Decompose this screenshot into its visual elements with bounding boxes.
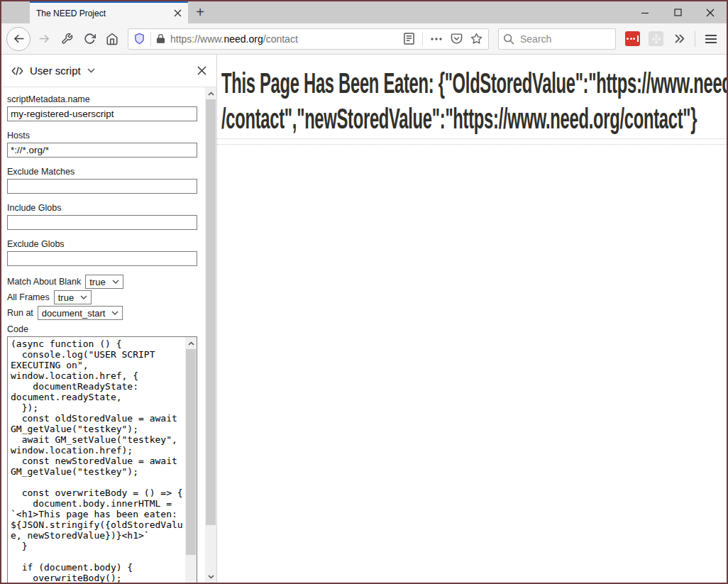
divider-line: [217, 144, 727, 145]
sidebar-scrollbar[interactable]: [205, 87, 216, 583]
field-label-all-frames: All Frames: [7, 292, 50, 302]
minimize-button[interactable]: [629, 1, 661, 23]
all-frames-select[interactable]: true: [54, 290, 92, 304]
urlbar-separator: [422, 32, 423, 46]
code-scrollbar[interactable]: [185, 337, 197, 583]
reload-icon: [84, 33, 96, 45]
forward-button[interactable]: [33, 28, 55, 50]
name-input[interactable]: [7, 106, 197, 121]
url-text[interactable]: https://www.need.org/contact: [170, 33, 399, 45]
field-label-name: scriptMetadata.name: [7, 94, 197, 104]
wrench-icon: [61, 33, 73, 45]
userscript-wrench-button[interactable]: [56, 28, 77, 50]
page-actions-button[interactable]: [427, 30, 446, 48]
sidebar-form: scriptMetadata.name Hosts Exclude Matche…: [1, 87, 216, 583]
field-label-code: Code: [7, 324, 197, 334]
page-content: This Page Has Been Eaten: {"OldStoredVal…: [217, 55, 727, 583]
scroll-up-icon[interactable]: [185, 337, 197, 349]
url-protocol: https://www.: [170, 33, 224, 45]
home-icon: [106, 33, 118, 45]
bookmark-star-button[interactable]: [467, 30, 485, 48]
sidebar-header: User script: [1, 55, 216, 87]
field-label-exclude-matches: Exclude Matches: [7, 167, 197, 177]
search-bar[interactable]: [498, 28, 616, 50]
forward-icon: [38, 32, 51, 45]
title-bar: The NEED Project +: [1, 1, 727, 23]
window-controls: [629, 1, 727, 23]
url-path: /contact: [263, 33, 298, 45]
back-icon: [12, 32, 26, 45]
chevron-down-icon[interactable]: [87, 68, 95, 73]
main-area: User script scriptMetadata.name Hosts Ex…: [1, 55, 727, 583]
lastpass-extension-icon[interactable]: [625, 31, 640, 46]
urlbar-separator: [150, 32, 151, 46]
search-icon: [503, 33, 514, 45]
exclude-globs-input[interactable]: [7, 251, 197, 266]
page-actions-ellipsis-icon: [431, 37, 442, 41]
reader-mode-button[interactable]: [399, 30, 418, 48]
run-at-select[interactable]: document_start: [38, 306, 123, 320]
toolbar-separator: [695, 31, 695, 47]
close-icon: [197, 66, 206, 75]
field-label-hosts: Hosts: [7, 131, 197, 141]
field-label-exclude-globs: Exclude Globs: [7, 239, 197, 249]
userscript-sidebar: User script scriptMetadata.name Hosts Ex…: [1, 55, 217, 583]
tab-title: The NEED Project: [36, 9, 170, 18]
exclude-matches-input[interactable]: [7, 179, 197, 194]
sidebar-close-button[interactable]: [197, 66, 206, 75]
double-chevron-icon: [673, 33, 685, 44]
page-heading: This Page Has Been Eaten: {"OldStoredVal…: [217, 65, 727, 136]
divider-line: [217, 138, 727, 139]
sidebar-title: User script: [30, 65, 81, 77]
code-brackets-icon: [11, 66, 23, 76]
bookmark-star-icon: [470, 33, 482, 45]
pocket-icon: [451, 33, 463, 45]
plus-icon: +: [196, 4, 204, 21]
maximize-button[interactable]: [661, 1, 694, 23]
reader-mode-icon: [404, 33, 414, 45]
page-heading-line-1: This Page Has Been Eaten: {"OldStoredVal…: [221, 65, 725, 101]
tab-close-icon[interactable]: [174, 9, 182, 17]
code-scrollbar-thumb[interactable]: [186, 349, 196, 555]
tracking-protection-shield-icon[interactable]: [131, 33, 148, 45]
code-textarea[interactable]: (async function () { console.log("USER S…: [8, 337, 185, 583]
lock-icon[interactable]: [154, 33, 167, 44]
select-caret-icon: [112, 280, 119, 284]
disabled-extension-gear-icon[interactable]: [649, 31, 663, 46]
match-about-blank-select[interactable]: true: [85, 275, 123, 289]
select-caret-icon: [111, 311, 118, 315]
back-button[interactable]: [6, 27, 31, 51]
code-editor: (async function () { console.log("USER S…: [7, 336, 197, 583]
page-heading-line-2: /contact","newStoredValue":"https://www.…: [221, 101, 725, 136]
browser-tab[interactable]: The NEED Project: [30, 1, 188, 23]
pocket-button[interactable]: [447, 30, 465, 48]
close-button[interactable]: [694, 1, 727, 23]
include-globs-input[interactable]: [7, 215, 197, 230]
app-menu-button[interactable]: [700, 35, 722, 43]
select-caret-icon: [80, 295, 87, 299]
url-domain: need.org: [224, 33, 263, 45]
overflow-menu-button[interactable]: [668, 28, 690, 50]
home-button[interactable]: [101, 28, 123, 50]
hosts-input[interactable]: [7, 143, 197, 158]
search-input[interactable]: [519, 33, 597, 45]
field-label-run-at: Run at: [7, 308, 33, 318]
hamburger-icon: [705, 35, 717, 36]
reload-button[interactable]: [79, 28, 100, 50]
navigation-toolbar: https://www.need.org/contact: [1, 23, 727, 55]
sidebar-scrollbar-thumb[interactable]: [206, 99, 216, 525]
scroll-down-icon[interactable]: [205, 571, 216, 583]
field-label-match-about-blank: Match About Blank: [7, 277, 81, 287]
url-bar[interactable]: https://www.need.org/contact: [128, 28, 489, 50]
browser-window: The NEED Project +: [0, 0, 728, 584]
field-label-include-globs: Include Globs: [7, 203, 197, 213]
scroll-up-icon[interactable]: [205, 87, 216, 99]
new-tab-button[interactable]: +: [188, 1, 212, 23]
